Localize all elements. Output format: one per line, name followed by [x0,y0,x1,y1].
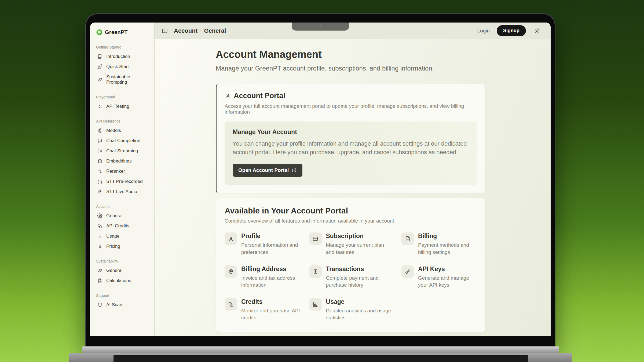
feature-credits: Credits Monitor and purchase API credits [225,298,301,321]
microphone-icon [97,189,103,194]
sidebar-item-account-general[interactable]: General [96,211,149,221]
sidebar-item-chat-streaming[interactable]: Chat Streaming [96,146,149,156]
login-link[interactable]: Login [477,28,490,34]
breadcrumb-title: Account – General [174,27,226,34]
manage-account-body: You can change your profile information … [233,139,469,156]
laptop-hinge [82,346,559,353]
sidebar-item-ai-scan[interactable]: AI Scan [96,300,149,310]
main-content: Account Management Manage your GreenPT a… [155,39,551,336]
feature-subscription: Subscription Manage your current plan an… [309,232,394,256]
sidebar-item-label: General [106,268,122,273]
laptop-keyboard [114,355,528,362]
feature-title: Transactions [326,265,393,273]
laptop-camera [319,25,322,28]
features-grid: Profile Personal information and prefere… [225,232,477,321]
dollar-icon [97,244,103,249]
account-portal-card: Account Portal Access your full account … [216,84,485,193]
account-portal-description: Access your full account management port… [225,103,477,115]
sidebar-section-support: Support [96,293,149,298]
coins-icon [228,301,234,308]
map-pin-icon [228,268,234,275]
feature-description: Payment methods and billing settings [418,242,477,256]
bar-chart-icon [312,301,319,308]
credit-card-icon [312,236,319,242]
leaf-icon [97,268,103,273]
sidebar-item-label: Chat Completion [106,138,140,143]
coins-icon [97,223,103,229]
sidebar-item-embeddings[interactable]: Embeddings [96,156,149,166]
feature-billing: Billing Payment methods and billing sett… [401,232,477,256]
sidebar-item-label: STT Live Audio [106,189,137,194]
sidebar-item-models[interactable]: Models [96,125,149,136]
sidebar-item-quick-start[interactable]: Quick Start [96,62,149,72]
feature-title: Billing Address [241,265,301,273]
shield-icon [97,302,103,308]
panel-left-icon [162,28,168,34]
portal-features-title: Available in Your Account Portal [225,206,477,215]
layers-icon [97,158,103,164]
feature-api-keys: API Keys Generate and manage your API ke… [401,265,477,289]
person-icon [225,93,231,99]
brand-name: GreenPT [105,29,128,35]
account-portal-title: Account Portal [234,92,285,100]
sidebar-toggle-button[interactable] [162,28,168,34]
document-icon [405,236,411,242]
signup-button[interactable]: Signup [497,25,526,36]
feature-title: Profile [241,232,301,240]
sidebar-item-pricing[interactable]: Pricing [96,241,149,252]
topbar: Account – General Login Signup [155,23,551,39]
feature-title: Usage [326,298,393,305]
feature-title: Subscription [326,232,393,240]
feature-billing-address: Billing Address Invoice and tax address … [225,265,301,289]
sidebar-item-label: Pricing [106,244,120,249]
receipt-icon [312,268,319,275]
sidebar-section-playground: Playground [96,95,149,99]
manage-account-title: Manage Your Account [233,128,469,136]
laptop-screen: GreenPT Getting Started Introduction Qui… [90,23,551,336]
sidebar-item-api-testing[interactable]: API Testing [96,101,149,112]
page-title: Account Management [216,49,551,60]
feature-title: Credits [241,298,301,305]
sidebar-item-api-credits[interactable]: API Credits [96,221,149,231]
feature-description: Detailed analytics and usage statistics [326,307,393,321]
feature-description: Generate and manage your API keys [418,275,477,289]
sidebar-item-label: Chat Streaming [106,148,138,154]
sidebar-item-label: Embeddings [106,158,132,164]
sidebar-item-sustainability-general[interactable]: General [96,265,149,276]
feature-title: Billing [418,232,477,240]
sidebar-section-account: Account [96,204,149,209]
sidebar-item-stt-pre-recorded[interactable]: STT Pre-recorded [96,176,149,187]
theme-toggle-button[interactable] [534,28,540,34]
sidebar-item-stt-live-audio[interactable]: STT Live Audio [96,187,149,197]
feature-profile: Profile Personal information and prefere… [225,232,301,256]
sidebar-item-reranker[interactable]: Reranker [96,166,149,176]
sidebar-section-getting-started: Getting Started [96,45,149,49]
sidebar-item-label: STT Pre-recorded [106,179,143,184]
feature-transactions: Transactions Complete payment and purcha… [309,265,394,289]
bar-chart-icon [97,234,103,239]
feature-description: Invoice and tax address information [241,275,301,289]
sidebar-item-chat-completion[interactable]: Chat Completion [96,136,149,146]
sidebar-item-introduction[interactable]: Introduction [96,51,149,62]
laptop-keyboard-deck [69,353,572,362]
sidebar-item-usage[interactable]: Usage [96,231,149,241]
sidebar-item-label: API Credits [106,223,129,229]
book-icon [97,54,103,59]
leaf-icon [97,77,103,82]
person-icon [228,236,234,242]
sidebar-item-sustainable-prompting[interactable]: Sustainable Prompting [96,72,149,87]
manage-account-box: Manage Your Account You can change your … [225,121,477,185]
sidebar-item-label: AI Scan [106,302,122,308]
laptop-notch [292,23,349,31]
brand-logo[interactable]: GreenPT [96,29,149,35]
external-link-icon [292,168,297,173]
open-account-portal-button[interactable]: Open Account Portal [233,164,302,177]
sidebar-item-label: Quick Start [106,64,129,69]
sidebar-item-label: Reranker [106,169,125,174]
greenpt-logo-icon [96,29,103,35]
laptop-screen-frame: GreenPT Getting Started Introduction Qui… [85,13,555,346]
sidebar-item-label: Sustainable Prompting [106,74,148,85]
chat-icon [97,138,103,143]
content-column: Account – General Login Signup Account M… [155,23,551,336]
sidebar-item-calculations[interactable]: Calculations [96,276,149,286]
